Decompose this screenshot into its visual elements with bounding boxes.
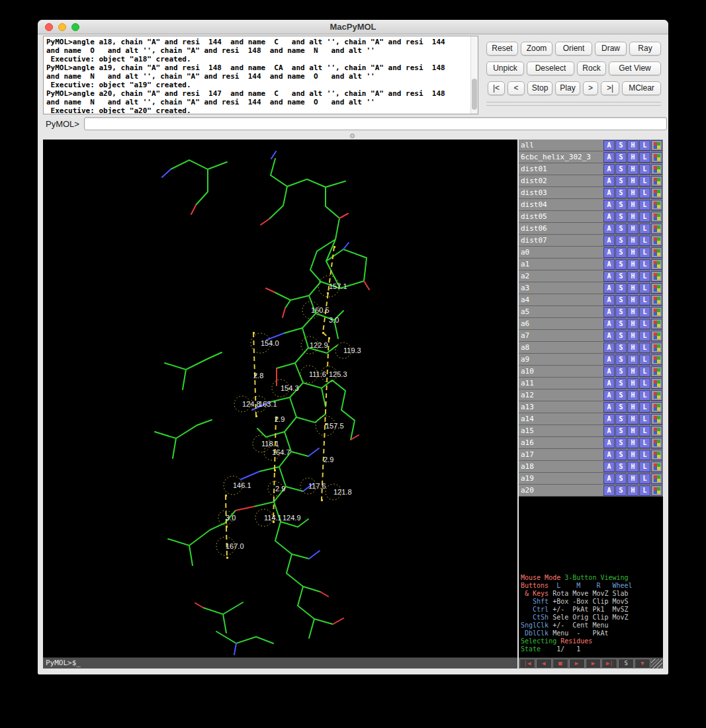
object-action-l[interactable]: L [639, 438, 650, 448]
object-action-a[interactable]: A [603, 462, 615, 472]
object-action-h[interactable]: H [627, 438, 639, 448]
object-action-s[interactable]: S [615, 235, 627, 246]
draw-button[interactable]: Draw [595, 42, 627, 56]
object-action-s[interactable]: S [615, 223, 627, 234]
unpick-button[interactable]: Unpick [486, 61, 524, 75]
object-action-s[interactable]: S [615, 331, 627, 341]
object-action-l[interactable]: L [639, 390, 650, 401]
object-action-h[interactable]: H [627, 462, 639, 472]
movie-forward-button[interactable]: > [583, 81, 598, 95]
object-action-h[interactable]: H [627, 235, 639, 246]
object-action-a[interactable]: A [603, 164, 615, 175]
object-name[interactable]: a3 [519, 284, 603, 292]
titlebar[interactable]: MacPyMOL [38, 20, 668, 34]
object-action-h[interactable]: H [627, 354, 639, 365]
resize-grip[interactable] [651, 659, 662, 668]
object-action-h[interactable]: H [627, 140, 639, 151]
object-action-s[interactable]: S [615, 176, 627, 186]
object-action-l[interactable]: L [639, 414, 650, 425]
object-action-h[interactable]: H [627, 307, 639, 317]
object-action-c[interactable] [651, 212, 662, 222]
object-action-c[interactable] [651, 462, 662, 472]
object-action-h[interactable]: H [627, 366, 639, 377]
object-action-s[interactable]: S [615, 152, 627, 163]
reset-button[interactable]: Reset [486, 42, 518, 56]
object-action-s[interactable]: S [615, 485, 627, 496]
mclear-button[interactable]: MClear [622, 81, 661, 95]
object-action-h[interactable]: H [627, 331, 639, 341]
object-action-h[interactable]: H [627, 378, 639, 389]
object-action-c[interactable] [651, 473, 662, 484]
object-action-l[interactable]: L [639, 223, 650, 234]
object-name[interactable]: dist06 [519, 224, 603, 233]
object-action-s[interactable]: S [615, 462, 627, 472]
object-action-s[interactable]: S [615, 354, 627, 365]
object-name[interactable]: a19 [519, 474, 603, 483]
object-action-a[interactable]: A [603, 235, 615, 246]
movie-back-button[interactable]: < [507, 81, 525, 95]
object-action-a[interactable]: A [603, 188, 615, 198]
object-action-a[interactable]: A [603, 450, 615, 460]
object-action-h[interactable]: H [627, 223, 639, 234]
object-action-s[interactable]: S [615, 343, 627, 353]
object-action-h[interactable]: H [627, 343, 639, 353]
object-action-s[interactable]: S [615, 402, 627, 413]
object-action-c[interactable] [651, 331, 662, 341]
object-action-l[interactable]: L [639, 378, 650, 389]
object-name[interactable]: a10 [519, 367, 603, 376]
object-action-c[interactable] [651, 271, 662, 282]
object-action-c[interactable] [651, 402, 662, 413]
object-action-h[interactable]: H [627, 402, 639, 413]
object-action-h[interactable]: H [627, 450, 639, 460]
object-action-l[interactable]: L [639, 366, 650, 377]
object-action-c[interactable] [651, 223, 662, 234]
object-action-l[interactable]: L [639, 426, 650, 436]
object-action-c[interactable] [651, 366, 662, 377]
object-name[interactable]: dist02 [519, 177, 603, 185]
object-name[interactable]: a14 [519, 415, 603, 423]
object-action-a[interactable]: A [603, 212, 615, 222]
object-action-a[interactable]: A [603, 485, 615, 496]
object-action-a[interactable]: A [603, 283, 615, 294]
object-action-a[interactable]: A [603, 331, 615, 341]
object-action-c[interactable] [651, 414, 662, 425]
movie-first-button[interactable]: |< [488, 81, 505, 95]
object-action-s[interactable]: S [615, 259, 627, 270]
object-action-l[interactable]: L [639, 200, 650, 210]
object-action-a[interactable]: A [603, 259, 615, 270]
object-action-c[interactable] [651, 140, 662, 151]
object-action-l[interactable]: L [639, 271, 650, 282]
object-action-l[interactable]: L [639, 283, 650, 294]
object-name[interactable]: a20 [519, 486, 603, 495]
movie-last-button[interactable]: >| [601, 81, 619, 95]
object-name[interactable]: dist07 [519, 236, 603, 245]
object-action-l[interactable]: L [639, 485, 650, 496]
object-action-s[interactable]: S [615, 200, 627, 210]
console-log[interactable]: PyMOL>angle a18, chain "A" and resi 144 … [43, 36, 478, 114]
object-action-c[interactable] [651, 450, 662, 460]
object-action-s[interactable]: S [615, 366, 627, 377]
object-action-c[interactable] [651, 247, 662, 258]
object-name[interactable]: dist01 [519, 165, 603, 173]
object-action-h[interactable]: H [627, 188, 639, 198]
object-name[interactable]: dist04 [519, 200, 603, 209]
object-action-c[interactable] [651, 283, 662, 294]
mouse-help-panel[interactable]: Mouse Mode 3-Button ViewingButtons L M R… [521, 574, 661, 653]
object-action-c[interactable] [651, 188, 662, 198]
object-action-a[interactable]: A [603, 354, 615, 365]
object-action-a[interactable]: A [603, 200, 615, 210]
object-action-s[interactable]: S [615, 188, 627, 198]
deselect-button[interactable]: Deselect [527, 61, 574, 75]
object-action-s[interactable]: S [615, 414, 627, 425]
object-action-a[interactable]: A [603, 307, 615, 317]
object-action-s[interactable]: S [615, 140, 627, 151]
frame-prev-button[interactable]: ◀ [536, 659, 552, 668]
object-action-s[interactable]: S [615, 450, 627, 460]
object-action-h[interactable]: H [627, 319, 639, 329]
object-action-a[interactable]: A [603, 223, 615, 234]
object-action-c[interactable] [651, 307, 662, 317]
object-action-h[interactable]: H [627, 212, 639, 222]
object-action-c[interactable] [651, 343, 662, 353]
object-action-a[interactable]: A [603, 247, 615, 258]
object-name[interactable]: a18 [519, 462, 603, 471]
